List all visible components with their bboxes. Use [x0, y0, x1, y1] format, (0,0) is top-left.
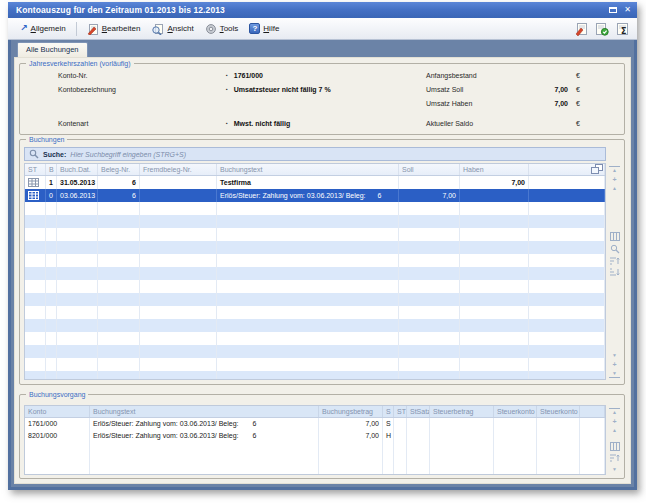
- empty-row[interactable]: [25, 454, 605, 466]
- transaction-groupbox: Buchungsvorgang Konto Buchungstext Buchu…: [19, 394, 625, 479]
- sort-ascending-icon[interactable]: [610, 257, 620, 265]
- cell-steuerkonto1: [494, 418, 537, 430]
- transaction-header-row: Konto Buchungstext Buchungsbetrag S ST S…: [25, 406, 605, 418]
- empty-row[interactable]: [25, 293, 605, 306]
- empty-row[interactable]: [25, 202, 605, 215]
- cell-beleg-nr: 6: [98, 176, 140, 189]
- field-value: 7,00: [488, 85, 568, 94]
- menu-label-ansicht: Ansicht: [167, 24, 193, 33]
- sum-document-icon[interactable]: Σ: [616, 22, 629, 36]
- column-header[interactable]: ST: [25, 164, 46, 175]
- column-header[interactable]: StSatz: [407, 406, 430, 417]
- currency-symbol: €: [576, 85, 580, 94]
- scroll-down-button[interactable]: ▼: [609, 352, 620, 359]
- field-value: ▪1761/000: [226, 71, 263, 80]
- booking-row-selected[interactable]: 0 03.06.2013 6 Erlös/Steuer: Zahlung vom…: [25, 189, 605, 202]
- record-insert-button[interactable]: +: [609, 418, 620, 425]
- scroll-last-button[interactable]: ▼: [609, 370, 620, 378]
- columns-icon[interactable]: [610, 232, 620, 241]
- cell-buchungstext: Erlös/Steuer: Zahlung vom: 03.06.2013/ B…: [90, 430, 319, 442]
- cell-steuerbetrag: [430, 430, 494, 442]
- column-header[interactable]: Soll: [399, 164, 460, 175]
- main-area: Alle Buchungen Jahresverkehrszahlen (vor…: [11, 40, 634, 487]
- column-header[interactable]: B: [46, 164, 57, 175]
- bullet-icon: ▪: [226, 120, 228, 126]
- field-label: Umsatz Haben: [426, 99, 472, 108]
- scroll-down-button[interactable]: ▼: [609, 466, 620, 473]
- record-insert-button[interactable]: +: [609, 176, 620, 183]
- column-header-filler: [580, 406, 605, 417]
- tab-alle-buchungen[interactable]: Alle Buchungen: [17, 42, 88, 57]
- empty-row[interactable]: [25, 358, 605, 371]
- record-append-button[interactable]: +: [609, 361, 620, 368]
- cell-konto: 8201/000: [25, 430, 90, 442]
- column-header[interactable]: S: [383, 406, 394, 417]
- search-bar[interactable]: Suche: Hier Suchbegriff eingeben (STRG+S…: [24, 147, 606, 161]
- column-header[interactable]: Steuerkonto 1: [494, 406, 537, 417]
- scroll-up-button[interactable]: ▲: [609, 427, 620, 434]
- scroll-first-button[interactable]: ▲: [609, 408, 620, 416]
- column-chooser-icon[interactable]: [591, 164, 603, 175]
- menu-tools[interactable]: Tools: [201, 21, 243, 37]
- empty-row[interactable]: [25, 280, 605, 293]
- zoom-icon[interactable]: [610, 244, 620, 254]
- report-icon[interactable]: [575, 22, 588, 36]
- empty-row[interactable]: [25, 215, 605, 228]
- empty-row[interactable]: [25, 267, 605, 280]
- scroll-up-button[interactable]: ▲: [609, 185, 620, 192]
- empty-row[interactable]: [25, 371, 605, 380]
- column-header[interactable]: ST: [394, 406, 407, 417]
- confirm-document-icon[interactable]: [595, 22, 609, 36]
- menu-label-allgemein: Allgemein: [31, 24, 66, 33]
- menu-bearbeiten[interactable]: Bearbeiten: [83, 21, 145, 37]
- empty-row[interactable]: [25, 241, 605, 254]
- scroll-first-button[interactable]: ▲: [609, 166, 620, 174]
- close-button[interactable]: ✕: [624, 6, 631, 14]
- cell-konto: 1761/000: [25, 418, 90, 430]
- bookings-header-row: ST B Buch.Dat. Beleg-Nr. Fremdbeleg-Nr. …: [25, 164, 605, 176]
- booking-row[interactable]: 1 31.05.2013 6 Testfirma 7,00: [25, 176, 605, 189]
- cell-betrag: 7,00: [319, 430, 383, 442]
- column-header[interactable]: Fremdbeleg-Nr.: [140, 164, 217, 175]
- empty-row[interactable]: [25, 254, 605, 267]
- empty-row[interactable]: [25, 306, 605, 319]
- bookings-groupbox: Buchungen Suche: Hier Suchbegriff eingeb…: [19, 139, 625, 385]
- toolbar-separator: [76, 22, 77, 36]
- screen: Kontoauszug für den Zeitraum 01.2013 bis…: [0, 0, 646, 503]
- column-header[interactable]: Beleg-Nr.: [98, 164, 140, 175]
- column-header[interactable]: Konto: [25, 406, 90, 417]
- menu-allgemein[interactable]: ↗ Allgemein: [16, 22, 70, 35]
- cell-steuerkonto2: [537, 430, 580, 442]
- search-icon: [29, 149, 39, 159]
- column-header[interactable]: Steuerkonto 2: [537, 406, 580, 417]
- menu-ansicht[interactable]: Ansicht: [147, 21, 197, 37]
- empty-row[interactable]: [25, 319, 605, 332]
- menu-hilfe[interactable]: ? Hilfe: [245, 21, 283, 36]
- column-header[interactable]: Haben: [460, 164, 529, 175]
- empty-row[interactable]: [25, 466, 605, 475]
- columns-icon[interactable]: [610, 442, 620, 451]
- search-label: Suche:: [43, 151, 66, 158]
- empty-row[interactable]: [25, 442, 605, 454]
- transaction-row[interactable]: 8201/000 Erlös/Steuer: Zahlung vom: 03.0…: [25, 430, 605, 442]
- field-value: ▪Umsatzsteuer nicht fällig 7 %: [226, 85, 331, 94]
- column-header[interactable]: Buch.Dat.: [57, 164, 98, 175]
- cell-b: 1: [46, 176, 57, 189]
- sort-ascending-icon[interactable]: [610, 454, 620, 462]
- column-header[interactable]: Buchungstext: [217, 164, 399, 175]
- field-label: Aktueller Saldo: [426, 119, 473, 128]
- empty-row[interactable]: [25, 332, 605, 345]
- empty-row[interactable]: [25, 228, 605, 241]
- help-icon: ?: [249, 23, 260, 34]
- cell-stsatz: [407, 430, 430, 442]
- empty-row[interactable]: [25, 345, 605, 358]
- transaction-row[interactable]: 1761/000 Erlös/Steuer: Zahlung vom: 03.0…: [25, 418, 605, 430]
- cell-fremdbeleg: [140, 189, 217, 202]
- column-header[interactable]: Buchungsbetrag: [319, 406, 383, 417]
- column-header[interactable]: Buchungstext: [90, 406, 319, 417]
- restore-button[interactable]: [609, 7, 617, 13]
- grid-record-icon: [28, 191, 39, 200]
- column-header[interactable]: Steuerbetrag: [430, 406, 494, 417]
- sort-descending-icon[interactable]: [610, 268, 620, 276]
- search-placeholder: Hier Suchbegriff eingeben (STRG+S): [70, 151, 186, 158]
